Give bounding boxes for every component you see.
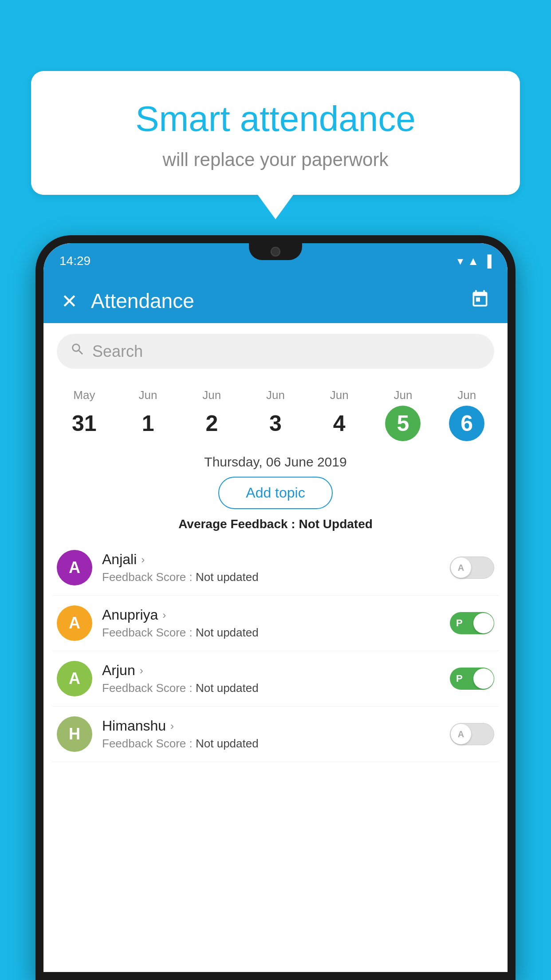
date-number[interactable]: 5 <box>385 406 421 441</box>
student-item[interactable]: AAnjali ›Feedback Score : Not updatedA <box>52 540 499 596</box>
search-bar[interactable]: Search <box>57 334 494 369</box>
attendance-toggle[interactable]: P <box>450 612 494 634</box>
date-number[interactable]: 1 <box>130 406 166 441</box>
signal-icon: ▲ <box>468 254 479 268</box>
wifi-icon: ▾ <box>457 254 463 268</box>
student-name: Arjun › <box>102 662 440 679</box>
date-item[interactable]: Jun2 <box>180 384 244 446</box>
student-info: Arjun ›Feedback Score : Not updated <box>102 662 440 695</box>
toggle-switch[interactable]: A <box>450 723 494 745</box>
student-info: Himanshu ›Feedback Score : Not updated <box>102 718 440 751</box>
date-item[interactable]: May31 <box>52 384 116 446</box>
date-month: Jun <box>394 388 412 402</box>
date-number[interactable]: 3 <box>258 406 293 441</box>
header-title: Attendance <box>91 289 457 313</box>
avg-feedback-label: Average Feedback : <box>178 517 299 531</box>
date-number[interactable]: 6 <box>449 406 484 441</box>
student-name: Anjali › <box>102 551 440 568</box>
student-feedback: Feedback Score : Not updated <box>102 737 440 751</box>
close-button[interactable]: ✕ <box>61 290 78 312</box>
chevron-icon: › <box>162 609 166 621</box>
attendance-toggle[interactable]: A <box>450 557 494 579</box>
toggle-switch[interactable]: A <box>450 557 494 579</box>
date-month: May <box>73 388 95 402</box>
status-bar: 14:29 ▾ ▲ ▐ <box>43 243 508 279</box>
attendance-toggle[interactable]: P <box>450 668 494 690</box>
chevron-icon: › <box>141 553 145 566</box>
attendance-toggle[interactable]: A <box>450 723 494 745</box>
calendar-icon[interactable] <box>470 289 490 313</box>
toggle-switch[interactable]: P <box>450 612 494 634</box>
date-item[interactable]: Jun6 <box>435 384 499 446</box>
toggle-knob: A <box>451 724 471 744</box>
student-feedback: Feedback Score : Not updated <box>102 681 440 695</box>
speech-bubble: Smart attendance will replace your paper… <box>31 71 520 195</box>
app-header: ✕ Attendance <box>43 279 508 323</box>
speech-bubble-title: Smart attendance <box>58 98 493 140</box>
phone-frame: 14:29 ▾ ▲ ▐ ✕ Attendance <box>35 235 516 980</box>
date-month: Jun <box>202 388 221 402</box>
phone-screen: 14:29 ▾ ▲ ▐ ✕ Attendance <box>43 243 508 972</box>
date-item[interactable]: Jun3 <box>244 384 307 446</box>
student-name: Himanshu › <box>102 718 440 734</box>
date-month: Jun <box>139 388 157 402</box>
speech-bubble-subtitle: will replace your paperwork <box>58 149 493 170</box>
date-item[interactable]: Jun4 <box>307 384 371 446</box>
date-month: Jun <box>266 388 285 402</box>
student-avatar: A <box>57 661 92 696</box>
date-month: Jun <box>330 388 349 402</box>
battery-icon: ▐ <box>484 254 492 268</box>
search-placeholder: Search <box>92 342 143 361</box>
date-number[interactable]: 2 <box>194 406 229 441</box>
student-name: Anupriya › <box>102 607 440 623</box>
student-list: AAnjali ›Feedback Score : Not updatedAAA… <box>43 540 508 762</box>
add-topic-button[interactable]: Add topic <box>218 477 332 509</box>
avg-feedback-value: Not Updated <box>299 517 372 531</box>
student-info: Anupriya ›Feedback Score : Not updated <box>102 607 440 640</box>
date-item[interactable]: Jun1 <box>116 384 180 446</box>
status-time: 14:29 <box>59 254 91 268</box>
date-scroller[interactable]: May31Jun1Jun2Jun3Jun4Jun5Jun6 <box>43 379 508 450</box>
date-number[interactable]: 31 <box>67 406 102 441</box>
student-avatar: A <box>57 550 92 585</box>
status-icons: ▾ ▲ ▐ <box>457 254 492 268</box>
chevron-icon: › <box>140 664 143 677</box>
toggle-knob <box>473 668 494 689</box>
avg-feedback: Average Feedback : Not Updated <box>43 517 508 531</box>
speech-bubble-container: Smart attendance will replace your paper… <box>31 71 520 219</box>
notch <box>249 243 302 260</box>
student-info: Anjali ›Feedback Score : Not updated <box>102 551 440 584</box>
date-item[interactable]: Jun5 <box>371 384 435 446</box>
search-icon <box>70 342 85 361</box>
toggle-knob <box>473 613 494 633</box>
toggle-label: P <box>456 617 463 629</box>
student-feedback: Feedback Score : Not updated <box>102 626 440 640</box>
toggle-switch[interactable]: P <box>450 668 494 690</box>
student-item[interactable]: AArjun ›Feedback Score : Not updatedP <box>52 651 499 707</box>
student-item[interactable]: AAnupriya ›Feedback Score : Not updatedP <box>52 596 499 651</box>
toggle-knob: A <box>451 557 471 578</box>
toggle-label: P <box>456 673 463 684</box>
speech-bubble-tail <box>258 195 293 219</box>
date-month: Jun <box>457 388 476 402</box>
selected-date-label: Thursday, 06 June 2019 <box>43 454 508 470</box>
student-feedback: Feedback Score : Not updated <box>102 570 440 584</box>
student-avatar: A <box>57 605 92 641</box>
chevron-icon: › <box>170 720 174 732</box>
date-number[interactable]: 4 <box>322 406 357 441</box>
student-item[interactable]: HHimanshu ›Feedback Score : Not updatedA <box>52 707 499 762</box>
notch-camera <box>271 247 280 257</box>
student-avatar: H <box>57 716 92 752</box>
